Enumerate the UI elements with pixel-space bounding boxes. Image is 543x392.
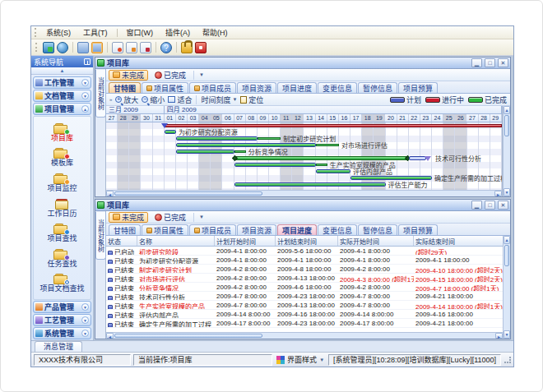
day-cell[interactable]: 10: [269, 114, 281, 122]
scroll-down-icon[interactable]: ▼: [504, 330, 510, 339]
day-cell[interactable]: 14: [316, 114, 327, 122]
day-cell[interactable]: 11: [281, 114, 292, 122]
gantt-tab-暂停信息[interactable]: 暂停信息: [358, 82, 397, 93]
table-tab-变更信息[interactable]: 变更信息: [318, 224, 357, 235]
sidebar-item-项目监控[interactable]: 项目监控: [47, 173, 77, 192]
day-cell[interactable]: 13: [304, 114, 315, 122]
zoom-in-button[interactable]: +放大: [115, 95, 138, 105]
gantt-bar-技术可行性分析[interactable]: [234, 156, 409, 160]
gantt-tab-项目进度[interactable]: 项目进度: [277, 82, 317, 93]
column-header-计划结束时间[interactable]: 计划结束时间: [276, 236, 338, 246]
maximize-button[interactable]: □: [485, 201, 495, 210]
day-cell[interactable]: 07: [234, 114, 246, 122]
gantt-bar-确定生产所需的加工过程[interactable]: [350, 176, 432, 180]
table-row[interactable]: 已结束评估内部产品2009-4-14 8:00:002009-4-16 18:0…: [106, 310, 503, 319]
table-window-titlebar[interactable]: 项目库 ▁ □ ✕: [95, 200, 510, 211]
gantt-tab-项目资源[interactable]: 项目资源: [237, 82, 276, 93]
table-hscroll-thumb[interactable]: [114, 334, 262, 338]
sidebar-item-项目文档查找[interactable]: 项目文档查找: [39, 274, 84, 293]
close-button[interactable]: ✕: [498, 201, 508, 210]
sidebar-group-系统管理[interactable]: 系统管理▼: [33, 327, 91, 339]
table-vscrollbar[interactable]: ▲ ▼: [503, 236, 510, 339]
day-cell[interactable]: 02: [176, 114, 188, 122]
scroll-right-icon[interactable]: ►: [494, 191, 502, 196]
day-cell[interactable]: 15: [327, 114, 339, 122]
day-cell[interactable]: 05: [211, 114, 222, 122]
scroll-down-icon[interactable]: ▼: [504, 188, 510, 196]
day-cell[interactable]: 01: [165, 114, 176, 122]
table-row[interactable]: 已启动初步研究阶段2009-4-1 8:00:002009-5-6 18:00:…: [106, 247, 503, 256]
zoom-out-button[interactable]: −缩小: [142, 95, 165, 105]
day-cell[interactable]: 27: [466, 114, 478, 122]
sidebar-item-任务查找[interactable]: 任务查找: [47, 249, 77, 268]
minimize-button[interactable]: ▁: [471, 58, 482, 67]
menu-item-2[interactable]: 工具(T): [77, 26, 114, 39]
table-side-tab[interactable]: 当前对象树: [95, 211, 106, 339]
fit-button[interactable]: 适合: [168, 95, 192, 105]
day-cell[interactable]: 23: [420, 114, 432, 122]
day-cell[interactable]: 22: [409, 114, 420, 122]
table-tab-项目资源[interactable]: 项目资源: [237, 224, 276, 235]
sidebar-group-工艺管理[interactable]: 工艺管理▼: [33, 314, 91, 326]
column-header-状态[interactable]: 状态: [106, 236, 137, 246]
menu-item-3[interactable]: 窗口(W): [121, 26, 160, 39]
gantt-hscrollbar[interactable]: ◄ ►: [106, 190, 502, 196]
sidebar-group-产品管理[interactable]: 产品管理▼: [33, 301, 91, 313]
table-filter-已完成[interactable]: 已完成: [151, 212, 190, 223]
gantt-summary-bar[interactable]: [165, 124, 502, 127]
toolbar-overflow-button[interactable]: »: [109, 97, 112, 102]
filter-overflow-button[interactable]: ▼: [197, 214, 206, 219]
day-cell[interactable]: 27: [106, 114, 118, 122]
gantt-tab-甘特图[interactable]: 甘特图: [109, 82, 141, 93]
column-header-计划开始时间[interactable]: 计划开始时间: [215, 236, 276, 246]
day-cell[interactable]: 03: [188, 114, 199, 122]
day-cell[interactable]: 24: [432, 114, 443, 122]
day-cell[interactable]: 29: [129, 114, 141, 122]
table-tab-项目成员[interactable]: 项目成员: [189, 224, 236, 235]
day-cell[interactable]: 30: [141, 114, 152, 122]
doc-delete-icon[interactable]: [140, 42, 151, 53]
gantt-bar-评估生产能力[interactable]: [234, 182, 386, 187]
gantt-hscroll-thumb[interactable]: [114, 191, 262, 196]
table-row[interactable]: 已结束分析竞争情况2009-4-2 8:00:002009-4-6 18:00:…: [106, 283, 503, 292]
gantt-filter-未完成[interactable]: 未完成: [109, 70, 148, 81]
day-cell[interactable]: 31: [153, 114, 165, 122]
scroll-up-icon[interactable]: ▲: [504, 236, 510, 244]
day-cell[interactable]: 19: [374, 114, 385, 122]
menu-item-5[interactable]: 帮助(H): [197, 26, 234, 39]
chevron-down-icon[interactable]: ▼: [81, 303, 89, 311]
locate-button[interactable]: 定位: [240, 95, 263, 105]
sidebar-group-工作管理[interactable]: 工作管理▼: [33, 76, 91, 89]
exit-icon[interactable]: [195, 42, 207, 53]
close-button[interactable]: ✕: [498, 58, 508, 67]
open-folder-icon[interactable]: [77, 42, 89, 53]
gantt-bar-为初步研究分配资源[interactable]: [165, 130, 176, 134]
chevron-down-icon[interactable]: ▼: [81, 330, 89, 337]
day-cell[interactable]: 04: [199, 114, 211, 122]
gantt-window-titlebar[interactable]: 项目库 ▁ □ ✕: [95, 58, 510, 69]
day-cell[interactable]: 20: [385, 114, 397, 122]
table-row[interactable]: 已结束为初步研究分配资源2009-4-1 8:00:002009-4-1 18:…: [106, 256, 503, 265]
chevron-up-icon[interactable]: ▲: [81, 105, 89, 113]
pin-icon[interactable]: [84, 58, 90, 65]
gantt-bar-制定初步研究计划[interactable]: [176, 136, 258, 141]
table-tab-甘特图[interactable]: 甘特图: [109, 224, 141, 235]
gantt-plan-tail[interactable]: [409, 156, 426, 160]
toolbar-grip[interactable]: [35, 43, 38, 52]
table-filter-未完成[interactable]: 未完成: [109, 212, 148, 223]
table-row[interactable]: 已结束制定初步研究计划2009-4-2 8:00:002009-4-8 18:0…: [106, 265, 503, 274]
tab-message-management[interactable]: 消息管理: [35, 341, 82, 352]
system-icon[interactable]: [43, 42, 54, 53]
maximize-button[interactable]: □: [485, 58, 495, 67]
column-header-实际结束时间[interactable]: 实际结束时间: [414, 236, 503, 246]
minimize-button[interactable]: ▁: [471, 201, 482, 210]
chevron-down-icon[interactable]: ▼: [81, 316, 89, 324]
timescale-button[interactable]: 时间刻度▼: [201, 95, 237, 105]
sidebar-item-项目查找[interactable]: 项目查找: [47, 224, 77, 242]
day-cell[interactable]: 28: [479, 114, 490, 122]
sidebar-group-项目管理[interactable]: 项目管理▲: [33, 103, 91, 115]
chevron-down-icon[interactable]: ▼: [81, 79, 89, 86]
doc-edit-icon[interactable]: [126, 42, 137, 53]
resize-grip[interactable]: [504, 357, 511, 363]
table-row[interactable]: 已结束确定生产所需的加工过程2009-4-17 8:00:002009-4-23…: [106, 319, 503, 328]
